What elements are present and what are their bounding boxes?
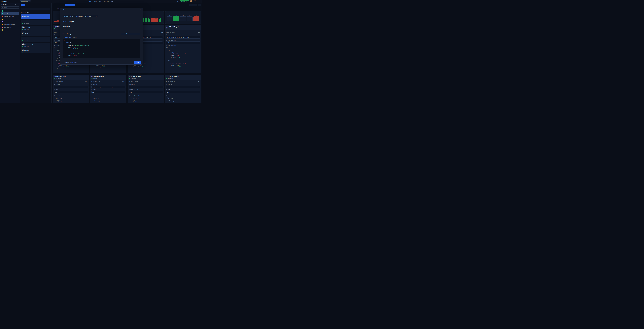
nav-cloud-entities[interactable]: Cloud EntitiesBeta	[104, 0, 114, 3]
status-box[interactable]	[180, 17, 186, 21]
chart-bar[interactable]	[151, 18, 152, 23]
user-avatar[interactable]	[190, 0, 192, 3]
attribute-value[interactable]: https://demo.gethelios.dev:8080/report	[54, 86, 88, 88]
expand-toggle-icon[interactable]: ▾	[167, 49, 168, 50]
modal-close-button[interactable]: Close	[134, 61, 141, 64]
span-card[interactable]: {}HTTP POST /reportapi-serviceMar 02 14:…	[165, 25, 201, 73]
expand-toggle-icon[interactable]: ▾	[166, 97, 167, 98]
attribute-value[interactable]: 200	[166, 91, 200, 94]
chart-bar[interactable]	[146, 18, 147, 23]
close-icon[interactable]: ✕	[140, 9, 141, 11]
chart-bar[interactable]	[152, 18, 154, 23]
expand-toggle-icon[interactable]: ▾	[56, 60, 57, 61]
sidebar-item-api-service[interactable]: api-service	[1, 13, 19, 15]
attribute-value[interactable]: https://demo.gethelios.dev:8080/report	[166, 36, 200, 39]
ops-tab-3rd-party-apis[interactable]: 3rd PARTY APIs	[40, 5, 48, 6]
status-box[interactable]	[166, 17, 172, 21]
expand-toggle-icon[interactable]: ▾	[129, 97, 130, 98]
download-openapi-button[interactable]: Download OpenAPI spec	[62, 61, 78, 64]
status-box[interactable]	[187, 17, 192, 21]
expand-toggle-icon[interactable]: ▾	[54, 47, 54, 48]
environment-select[interactable]: All environments ▾	[20, 1, 31, 2]
expand-toggle-icon[interactable]: ▾	[56, 50, 57, 51]
attribute-value[interactable]: https://demo.gethelios.dev:8080/report	[166, 86, 200, 88]
service-map-icon[interactable]	[15, 4, 17, 5]
operation-item[interactable]: HTTPPOST /usersapi-service	[21, 48, 50, 54]
expand-toggle-icon[interactable]: ▾	[56, 100, 57, 101]
nav-tests[interactable]: Tests	[99, 0, 102, 3]
operation-item[interactable]: HTTPPOST /reportapi-service	[21, 14, 50, 19]
sidebar-item-lambda-report-processor[interactable]: lambda-report-processor	[1, 23, 19, 26]
expand-toggle-icon[interactable]: ▾	[55, 49, 56, 50]
sidebar-item-databricks-report-gen[interactable]: databricks-report-gen	[1, 15, 19, 18]
attribute-value[interactable]: https://demo.gethelios.dev:8080/report	[129, 86, 163, 88]
attribute-value[interactable]: 200	[92, 91, 125, 94]
content-type-select[interactable]: application/json ▾	[121, 33, 140, 35]
attribute-value[interactable]: 200	[166, 42, 200, 44]
chart-bar[interactable]	[56, 21, 57, 23]
span-card[interactable]: {}HTTP POST /reportapi-serviceMar 02 10:…	[90, 75, 126, 103]
server-select[interactable]: https://demo.gethelios.dev:8080 — api-se…	[62, 15, 98, 18]
add-service-icon[interactable]	[18, 4, 19, 5]
chart-bar[interactable]	[157, 18, 158, 23]
attribute-value[interactable]: 200	[129, 91, 163, 94]
sidebar-item-payments-service[interactable]: payments-service	[1, 26, 19, 29]
chart-bar[interactable]	[58, 20, 58, 23]
nav-apis[interactable]: APIs	[89, 0, 91, 3]
chart-bar[interactable]	[154, 18, 155, 23]
chart-bar[interactable]	[59, 18, 60, 23]
expand-toggle-icon[interactable]: ▾	[168, 50, 169, 51]
user-menu-chevron-icon[interactable]: ▾	[200, 1, 201, 2]
expand-toggle-icon[interactable]: ▾	[167, 98, 168, 99]
ops-tab-internal-operations[interactable]: INTERNAL OPERATIONS	[27, 5, 38, 6]
time-range-select[interactable]: Last 1 day ▾	[189, 4, 197, 6]
brand[interactable]: Helios	[1, 1, 20, 2]
page-scrollbar[interactable]	[202, 29, 202, 34]
expand-toggle-icon[interactable]: ▾	[168, 60, 169, 61]
example-json-code[interactable]: { "deposits": [ { "email": "sherlock.hol…	[62, 39, 140, 58]
operation-item[interactable]: HTTPGET /usersapi-service	[21, 31, 50, 37]
chart-bar[interactable]	[54, 22, 55, 23]
expand-toggle-icon[interactable]: ▾	[92, 97, 92, 98]
chart-bar[interactable]	[144, 19, 146, 23]
chart-bar[interactable]	[143, 18, 144, 23]
chart-bar[interactable]	[55, 21, 56, 23]
tab-schema[interactable]: Schema	[73, 37, 76, 38]
gift-icon[interactable]	[174, 1, 176, 2]
expand-toggle-icon[interactable]: ▾	[55, 98, 56, 99]
sidebar-item-users-service[interactable]: users-service	[1, 29, 19, 31]
operations-search-input[interactable]	[22, 9, 50, 10]
nav-traces[interactable]: Traces	[94, 0, 97, 3]
expand-toggle-icon[interactable]: ▾	[166, 47, 167, 48]
tab-newest-traces[interactable]: NEWEST TRACES	[53, 4, 64, 6]
attribute-value[interactable]: 200	[54, 91, 88, 94]
tab-example-value[interactable]: Example Value	[64, 37, 71, 38]
ops-tab-apis[interactable]: APIs	[21, 4, 26, 6]
expand-toggle-icon[interactable]: ▾	[54, 97, 54, 98]
modal-scrollbar[interactable]	[142, 17, 142, 38]
sidebar-item-accounts-service[interactable]: accounts-service	[1, 10, 19, 12]
operation-item[interactable]: HTTPGET /users/:id/balanceapi-service	[21, 26, 50, 31]
sidebar-item-emails-service[interactable]: emails-service	[1, 18, 19, 21]
status-box[interactable]	[194, 17, 199, 21]
services-search-input[interactable]	[4, 7, 18, 8]
span-card[interactable]: {}HTTP POST /reportapi-serviceMar 02 10:…	[165, 75, 201, 103]
calendar-button[interactable]: ▾	[198, 4, 201, 6]
chart-bar[interactable]	[148, 18, 149, 23]
chart-bar[interactable]	[158, 19, 160, 23]
operation-item[interactable]: HTTPGET /healthapi-service	[21, 37, 50, 42]
code-scrollbar[interactable]	[139, 40, 140, 48]
expand-toggle-icon[interactable]: ▾	[131, 100, 132, 101]
advanced-filters-link[interactable]: Advanced filters	[53, 8, 60, 9]
trace-search-icon[interactable]	[177, 1, 179, 2]
operation-item[interactable]: HTTPPOST /users/by-emailapi-service	[21, 43, 50, 48]
sidebar-item-financial-service[interactable]: financial-service	[1, 21, 19, 23]
expand-toggle-icon[interactable]: ▾	[94, 100, 94, 101]
expand-toggle-icon[interactable]: ▾	[130, 98, 130, 99]
start-for-free-button[interactable]: Start for Free ›	[180, 1, 189, 3]
tab-newest-spans[interactable]: NEWEST SPANS	[65, 4, 75, 6]
chart-bar[interactable]	[156, 19, 156, 23]
status-box[interactable]	[173, 17, 179, 21]
chart-bar[interactable]	[57, 20, 58, 23]
span-card[interactable]: {}HTTP POST /reportapi-serviceMar 02 10:…	[128, 75, 164, 103]
